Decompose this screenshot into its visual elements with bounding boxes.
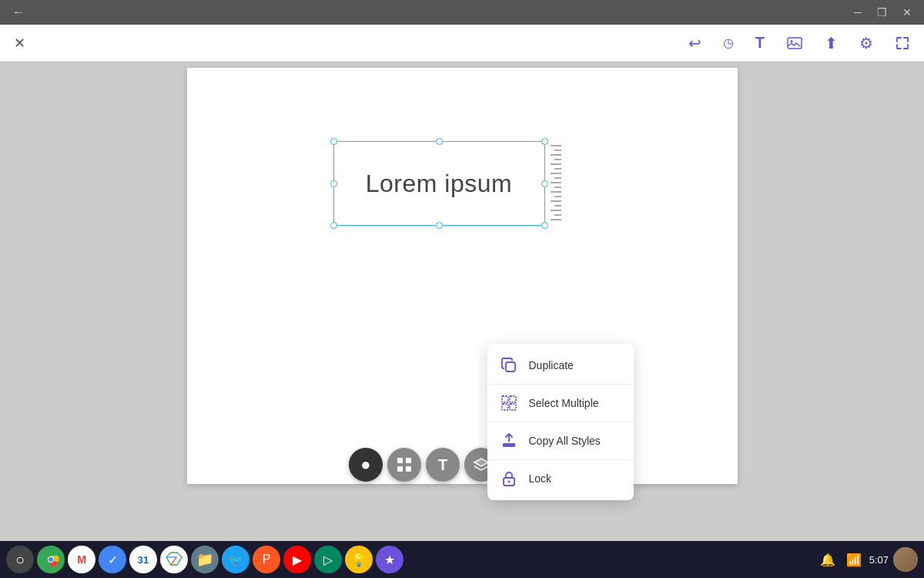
svg-rect-10 — [397, 458, 403, 463]
svg-rect-3 — [502, 396, 508, 402]
close-button[interactable]: ✕ — [896, 3, 918, 22]
context-menu: Duplicate Select Multiple — [487, 344, 634, 500]
title-bar: ← ─ ❐ ✕ — [0, 0, 924, 25]
taskbar-chrome[interactable] — [37, 546, 65, 573]
app-toolbar: ✕ ↩ ◷ T ⬆ ⚙ — [0, 25, 924, 62]
menu-item-lock-label: Lock — [529, 472, 552, 485]
taskbar-drive[interactable] — [160, 546, 188, 573]
svg-rect-2 — [506, 362, 515, 371]
menu-item-duplicate[interactable]: Duplicate — [487, 348, 634, 382]
taskbar-photos[interactable]: P — [253, 546, 280, 573]
svg-rect-7 — [503, 443, 515, 447]
svg-rect-12 — [397, 466, 403, 472]
menu-divider-3 — [487, 459, 634, 460]
toolbar-left: ✕ — [9, 30, 30, 56]
menu-divider-2 — [487, 422, 634, 422]
canvas-paper[interactable]: Lorem ipsum — [187, 68, 738, 484]
text-format-button[interactable]: T — [426, 448, 460, 482]
menu-item-copy-all-styles-label: Copy All Styles — [529, 435, 601, 447]
taskbar-twitter[interactable]: 🐦 — [222, 546, 249, 573]
wifi-button[interactable]: 📶 — [843, 549, 865, 570]
duplicate-icon — [500, 356, 518, 375]
taskbar-files[interactable]: 📁 — [191, 546, 219, 573]
select-multiple-icon — [500, 394, 518, 412]
svg-point-9 — [507, 481, 510, 483]
text-element-content: Lorem ipsum — [333, 141, 545, 226]
grid-button[interactable] — [387, 448, 421, 482]
upload-button[interactable]: ⬆ — [820, 29, 842, 57]
svg-rect-0 — [788, 38, 802, 49]
expand-button[interactable] — [890, 31, 915, 55]
taskbar-youtube[interactable]: ▶ — [283, 546, 311, 573]
image-tool-button[interactable] — [782, 30, 808, 56]
taskbar-tasks[interactable]: ✓ — [99, 546, 126, 573]
copy-styles-icon — [500, 432, 518, 450]
svg-rect-5 — [502, 404, 508, 410]
taskbar-chromeos[interactable]: ○ — [6, 546, 34, 573]
title-bar-right: ─ ❐ ✕ — [848, 3, 918, 22]
taskbar-time: 5:07 — [869, 554, 889, 566]
minimize-button[interactable]: ─ — [848, 3, 868, 22]
taskbar: ○ M ✓ 31 📁 🐦 P ▶ ▷ 💡 ★ 🔔 📶 5 — [0, 541, 924, 578]
scroll-indicator — [551, 145, 561, 220]
menu-item-copy-all-styles[interactable]: Copy All Styles — [487, 424, 634, 458]
restore-button[interactable]: ❐ — [871, 3, 893, 22]
menu-divider-1 — [487, 384, 634, 385]
text-tool-button[interactable]: T — [751, 29, 769, 56]
title-bar-left: ← — [6, 2, 31, 22]
svg-point-16 — [49, 557, 53, 562]
back-button[interactable]: ← — [6, 2, 31, 22]
menu-item-lock[interactable]: Lock — [487, 462, 634, 496]
taskbar-playstore[interactable]: ▷ — [314, 546, 342, 573]
svg-rect-13 — [406, 466, 411, 472]
toolbar-right: ↩ ◷ T ⬆ ⚙ — [684, 29, 915, 57]
notification-button[interactable]: 🔔 — [817, 549, 839, 570]
taskbar-purple-app[interactable]: ★ — [376, 546, 403, 573]
selected-text-element[interactable]: Lorem ipsum — [333, 141, 545, 226]
taskbar-keep[interactable]: 💡 — [345, 546, 373, 573]
close-editor-button[interactable]: ✕ — [9, 30, 30, 56]
taskbar-gmail[interactable]: M — [68, 546, 95, 573]
menu-item-select-multiple-label: Select Multiple — [529, 397, 599, 409]
history-button[interactable]: ◷ — [718, 31, 738, 55]
color-button[interactable]: ● — [349, 448, 383, 482]
taskbar-avatar[interactable] — [893, 547, 918, 572]
taskbar-right: 🔔 📶 5:07 — [817, 547, 918, 572]
canvas-area[interactable]: Lorem ipsum — [0, 62, 924, 543]
menu-item-duplicate-label: Duplicate — [529, 359, 574, 371]
svg-rect-6 — [510, 404, 516, 410]
menu-item-select-multiple[interactable]: Select Multiple — [487, 386, 634, 420]
svg-point-1 — [791, 40, 793, 42]
lock-icon — [500, 469, 518, 488]
taskbar-calendar[interactable]: 31 — [129, 546, 157, 573]
svg-rect-11 — [406, 458, 411, 463]
svg-rect-4 — [510, 396, 516, 402]
settings-button[interactable]: ⚙ — [855, 29, 878, 57]
undo-button[interactable]: ↩ — [684, 29, 706, 57]
